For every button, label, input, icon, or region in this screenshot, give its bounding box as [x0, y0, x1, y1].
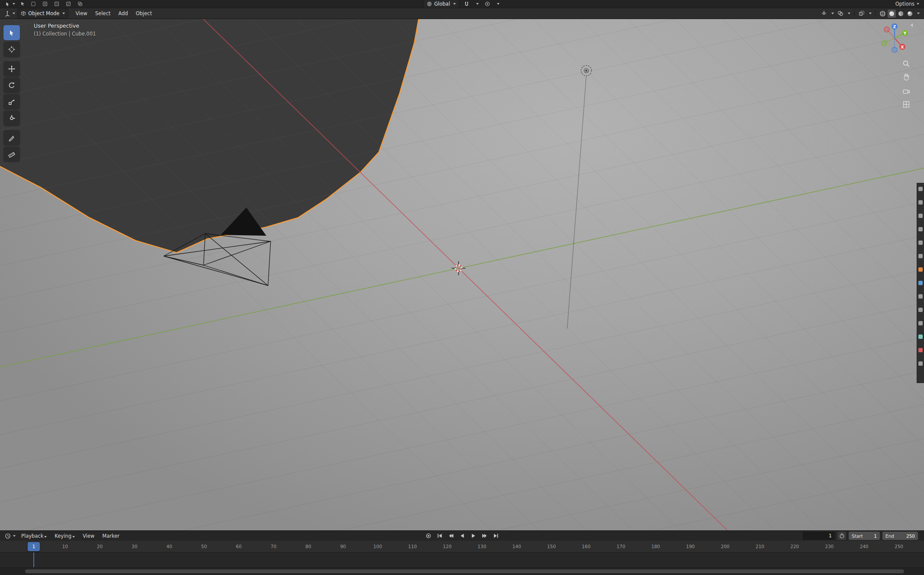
properties-tab-material[interactable] [918, 348, 924, 352]
show-overlays-toggle[interactable] [836, 10, 845, 17]
properties-tab-render[interactable] [918, 200, 924, 205]
menu-view[interactable]: View [72, 10, 90, 17]
clock-icon [5, 533, 11, 539]
jump-to-start-button[interactable] [435, 532, 444, 540]
properties-tab-object-data[interactable] [918, 334, 924, 339]
menu-object[interactable]: Object [132, 10, 155, 17]
play-reverse-button[interactable] [458, 532, 466, 540]
properties-tab-particles[interactable] [918, 294, 924, 299]
navigation-gizmo[interactable]: Z Y X [878, 21, 911, 55]
scene-tab-icon [918, 240, 923, 245]
viewport-3d[interactable]: User Perspective (1) Collection | Cube.0… [0, 19, 924, 530]
tool-transform[interactable] [3, 110, 20, 126]
chevron-down-icon [44, 536, 47, 538]
properties-tab-physics[interactable] [918, 307, 924, 312]
snap-settings-dropdown[interactable] [474, 3, 480, 5]
prev-keyframe-button[interactable] [446, 532, 455, 540]
frame-start-field[interactable]: Start 1 [849, 532, 880, 540]
shading-dropdown[interactable] [915, 12, 921, 15]
menu-marker[interactable]: Marker [99, 532, 123, 540]
frame-end-field[interactable]: End 250 [882, 532, 918, 540]
timeline-scrollbar[interactable] [25, 569, 904, 573]
show-gizmos-toggle[interactable] [820, 10, 828, 17]
shading-rendered[interactable] [906, 10, 914, 18]
camera-view-button[interactable] [901, 86, 912, 97]
light-object[interactable] [567, 65, 591, 328]
properties-tab-constraints[interactable] [918, 321, 924, 325]
active-tool-button[interactable] [3, 1, 16, 7]
cursor-tool-icon [8, 45, 16, 53]
gizmo-minus-x[interactable] [884, 27, 889, 32]
select-mode-extend[interactable] [41, 1, 49, 7]
annotate-pen-icon [8, 134, 16, 142]
next-keyframe-button[interactable] [480, 532, 489, 540]
tool-scale[interactable] [3, 94, 20, 109]
gizmo-minus-y[interactable] [882, 41, 887, 46]
select-mode-invert[interactable] [65, 1, 72, 7]
timeline-track-area[interactable] [0, 552, 924, 567]
jump-to-end-button[interactable] [491, 532, 500, 540]
chevron-down-icon [453, 3, 456, 5]
proportional-editing-toggle[interactable] [483, 1, 491, 7]
current-frame-indicator[interactable]: 1 [28, 542, 40, 551]
play-button[interactable] [469, 532, 478, 540]
snap-toggle[interactable] [462, 1, 470, 7]
menu-add[interactable]: Add [115, 10, 131, 17]
xray-toggle[interactable] [857, 10, 866, 17]
select-mode-intersect[interactable] [76, 1, 84, 7]
mode-dropdown[interactable]: Object Mode [17, 9, 68, 19]
mesh-plane-object[interactable] [0, 19, 924, 530]
current-frame-field[interactable]: 1 [803, 532, 835, 540]
show-gizmos-dropdown[interactable] [829, 12, 835, 15]
sidebar-expand-icon[interactable] [911, 23, 913, 27]
shading-solid[interactable] [888, 10, 896, 18]
properties-tab-strip [917, 183, 924, 383]
show-overlays-dropdown[interactable] [846, 12, 852, 15]
properties-tab-view-layer[interactable] [918, 227, 924, 231]
viewport-editor-icon [4, 10, 10, 16]
playhead-line[interactable] [33, 552, 34, 567]
object-data-tab-icon [918, 335, 923, 339]
tool-cursor[interactable] [3, 42, 20, 57]
chevron-down-icon [497, 3, 499, 5]
ruler-tick-80: 80 [305, 544, 311, 549]
select-mode-new[interactable] [29, 1, 37, 7]
tool-annotate[interactable] [3, 130, 20, 145]
xray-dropdown[interactable] [867, 12, 873, 15]
menu-select[interactable]: Select [92, 10, 114, 17]
properties-tab-world[interactable] [918, 253, 924, 258]
viewport-scene [0, 19, 924, 530]
properties-tab-output[interactable] [918, 213, 924, 218]
options-dropdown[interactable]: Options [894, 0, 921, 7]
editor-type-button[interactable] [3, 10, 16, 17]
proportional-editing-dropdown[interactable] [494, 3, 501, 5]
properties-tab-scene[interactable] [918, 240, 924, 245]
constraints-tab-icon [918, 321, 923, 325]
auto-keying-toggle[interactable] [424, 532, 433, 540]
menu-keying[interactable]: Keying [51, 532, 78, 540]
menu-playback[interactable]: Playback [18, 532, 50, 540]
pan-button[interactable] [901, 71, 912, 83]
timeline-editor-type-button[interactable] [3, 533, 17, 539]
tool-select-box[interactable] [3, 25, 20, 40]
tool-measure[interactable] [3, 146, 20, 162]
menu-timeline-view[interactable]: View [79, 532, 98, 540]
tool-rotate[interactable] [3, 78, 20, 93]
shading-wireframe[interactable] [879, 10, 887, 18]
properties-tab-object[interactable] [918, 267, 924, 272]
gizmo-minus-z[interactable] [892, 47, 897, 52]
tool-move[interactable] [3, 61, 20, 76]
properties-tab-modifiers[interactable] [918, 280, 924, 285]
timeline-ruler[interactable]: 1 10203040506070809010011012013014015016… [0, 541, 924, 552]
mode-value: Object Mode [28, 10, 59, 16]
use-preview-range-button[interactable] [837, 532, 846, 540]
zoom-button[interactable] [901, 58, 912, 69]
select-mode-subtract[interactable] [53, 1, 61, 7]
shading-material[interactable] [897, 10, 905, 18]
magnet-icon [464, 1, 469, 7]
ruler-tick-200: 200 [721, 544, 730, 549]
chevron-down-icon [62, 13, 65, 14]
properties-tab-texture[interactable] [918, 361, 924, 366]
properties-tab-tool[interactable] [918, 186, 924, 191]
toggle-orthographic-button[interactable] [901, 99, 912, 110]
